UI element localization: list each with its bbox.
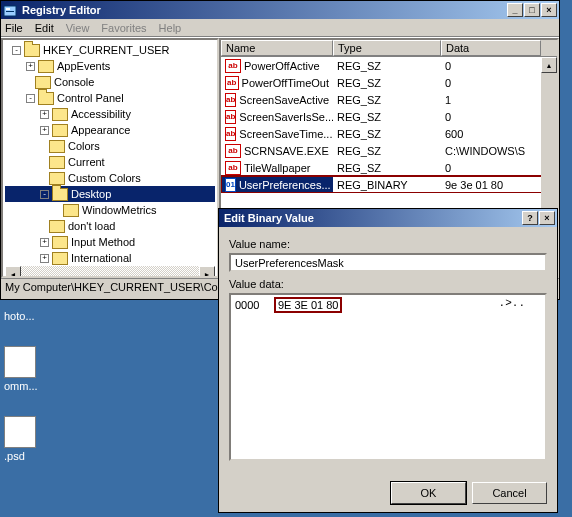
val-data: 600 [441, 127, 467, 141]
tree-label: Console [54, 76, 94, 88]
val-type: REG_SZ [333, 76, 441, 90]
list-row[interactable]: abTileWallpaperREG_SZ0 [221, 159, 557, 176]
tree-item-controlpanel[interactable]: -Control Panel [5, 90, 215, 106]
expand-icon[interactable]: + [40, 238, 49, 247]
tree-item-colors[interactable]: Colors [5, 138, 215, 154]
tree-label: Input Method [71, 236, 135, 248]
list-row[interactable]: abScreenSaveActiveREG_SZ1 [221, 91, 557, 108]
tree-item-desktop[interactable]: -Desktop [5, 186, 215, 202]
desk-label: .psd [4, 450, 25, 462]
tree-label: Current [68, 156, 105, 168]
tree-panel[interactable]: -HKEY_CURRENT_USER +AppEvents Console -C… [1, 38, 219, 278]
collapse-icon[interactable]: - [12, 46, 21, 55]
list-row[interactable]: abPowerOffActiveREG_SZ0 [221, 57, 557, 74]
list-row-selected[interactable]: 01UserPreferences...REG_BINARY9e 3e 01 8… [221, 176, 557, 193]
val-name: PowerOffTimeOut [242, 77, 329, 89]
folder-open-icon [38, 92, 54, 105]
list-row[interactable]: abSCRNSAVE.EXEREG_SZC:\WINDOWS\S [221, 142, 557, 159]
list-row[interactable]: abScreenSaverIsSe...REG_SZ0 [221, 108, 557, 125]
hex-bytes[interactable]: 9E 3E 01 80 [274, 297, 343, 313]
folder-icon [49, 220, 65, 233]
folder-icon [49, 172, 65, 185]
list-row[interactable]: abPowerOffTimeOutREG_SZ0 [221, 74, 557, 91]
window-title: Registry Editor [22, 4, 507, 16]
svg-rect-2 [6, 11, 14, 12]
hex-editor[interactable]: 0000 9E 3E 01 80.>.. [229, 293, 547, 461]
val-name: TileWallpaper [244, 162, 310, 174]
tree-item-hkcu[interactable]: -HKEY_CURRENT_USER [5, 42, 215, 58]
menu-view[interactable]: View [66, 22, 90, 34]
tree-item-console[interactable]: Console [5, 74, 215, 90]
menu-help[interactable]: Help [159, 22, 182, 34]
close-button[interactable]: × [541, 3, 557, 17]
tree-item-windowmetrics[interactable]: WindowMetrics [5, 202, 215, 218]
tree-label: Accessibility [71, 108, 131, 120]
tree-item-inputmethod[interactable]: +Input Method [5, 234, 215, 250]
folder-icon [38, 60, 54, 73]
string-value-icon: ab [225, 110, 236, 124]
collapse-icon[interactable]: - [40, 190, 49, 199]
tree-item-current[interactable]: Current [5, 154, 215, 170]
val-type: REG_SZ [333, 110, 441, 124]
cancel-button[interactable]: Cancel [472, 482, 547, 504]
list-body[interactable]: abPowerOffActiveREG_SZ0 abPowerOffTimeOu… [221, 57, 557, 193]
dialog-buttons: OK Cancel [391, 482, 547, 504]
val-name: PowerOffActive [244, 60, 320, 72]
scroll-up-icon[interactable]: ▲ [541, 57, 557, 73]
value-name-input[interactable] [229, 253, 547, 272]
desktop-item[interactable]: omm... [4, 346, 38, 392]
value-data-label: Value data: [229, 278, 547, 290]
expand-icon[interactable]: + [40, 110, 49, 119]
titlebar[interactable]: Registry Editor _ □ × [1, 1, 559, 19]
folder-icon [52, 236, 68, 249]
col-type[interactable]: Type [333, 40, 441, 56]
scroll-left-icon[interactable]: ◄ [5, 266, 21, 278]
folder-icon [52, 124, 68, 137]
expand-icon[interactable]: + [40, 126, 49, 135]
val-name: UserPreferences... [239, 179, 331, 191]
expand-icon[interactable]: + [26, 62, 35, 71]
tree-label: Control Panel [57, 92, 124, 104]
expand-icon[interactable]: + [40, 254, 49, 263]
string-value-icon: ab [225, 59, 241, 73]
ok-button[interactable]: OK [391, 482, 466, 504]
tree-label: Colors [68, 140, 100, 152]
maximize-button[interactable]: □ [524, 3, 540, 17]
desk-label: omm... [4, 380, 38, 392]
tree-label: Appearance [71, 124, 130, 136]
tree-h-scrollbar[interactable]: ◄► [5, 266, 215, 278]
val-data: 0 [441, 110, 455, 124]
tree-item-customcolors[interactable]: Custom Colors [5, 170, 215, 186]
desktop-item[interactable]: .psd [4, 416, 38, 462]
minimize-button[interactable]: _ [507, 3, 523, 17]
menu-favorites[interactable]: Favorites [101, 22, 146, 34]
menu-edit[interactable]: Edit [35, 22, 54, 34]
dialog-title: Edit Binary Value [224, 212, 522, 224]
tree-item-dontload[interactable]: don't load [5, 218, 215, 234]
dialog-titlebar[interactable]: Edit Binary Value ? × [219, 209, 557, 227]
val-data: 0 [441, 161, 455, 175]
desktop-item[interactable]: hoto... [4, 310, 38, 322]
dialog-close-button[interactable]: × [539, 211, 555, 225]
list-row[interactable]: abScreenSaveTime...REG_SZ600 [221, 125, 557, 142]
val-name: ScreenSaverIsSe... [239, 111, 333, 123]
folder-icon [49, 156, 65, 169]
col-data[interactable]: Data [441, 40, 541, 56]
help-button[interactable]: ? [522, 211, 538, 225]
val-name: SCRNSAVE.EXE [244, 145, 329, 157]
tree-item-appevents[interactable]: +AppEvents [5, 58, 215, 74]
collapse-icon[interactable]: - [26, 94, 35, 103]
tree-label: AppEvents [57, 60, 110, 72]
file-icon [4, 346, 36, 378]
menubar: File Edit View Favorites Help [1, 19, 559, 37]
desktop-icons: hoto... omm... .psd [4, 310, 38, 486]
tree-item-appearance[interactable]: +Appearance [5, 122, 215, 138]
val-type: REG_SZ [333, 127, 441, 141]
tree-item-international[interactable]: +International [5, 250, 215, 266]
col-name[interactable]: Name [221, 40, 333, 56]
tree-item-accessibility[interactable]: +Accessibility [5, 106, 215, 122]
folder-icon [52, 108, 68, 121]
val-data: C:\WINDOWS\S [441, 144, 529, 158]
scroll-right-icon[interactable]: ► [199, 266, 215, 278]
menu-file[interactable]: File [5, 22, 23, 34]
